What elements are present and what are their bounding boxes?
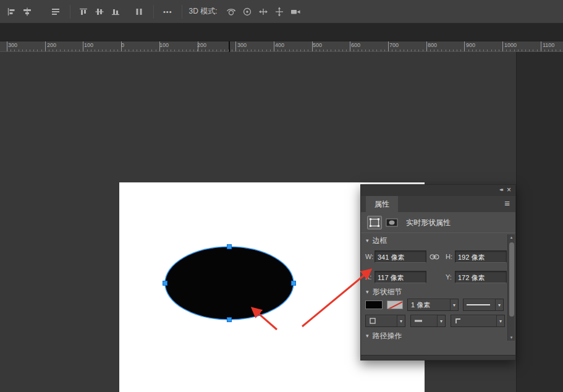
scroll-down-icon[interactable]: ▾: [508, 335, 515, 340]
ruler-label: 0: [121, 42, 124, 48]
stroke-corner-dropdown[interactable]: ▾: [451, 315, 505, 327]
panel-title-bar[interactable]: ◂◂ ×: [361, 185, 515, 196]
ruler-label: 100: [159, 42, 169, 48]
toolbar-separator: [182, 5, 182, 19]
bounding-box-icon[interactable]: [367, 216, 382, 229]
ruler-label: 200: [47, 42, 56, 48]
stroke-type-dropdown[interactable]: ▾: [463, 299, 504, 311]
3d-roll-icon[interactable]: [240, 4, 255, 19]
options-bar: ••• 3D 模式:: [0, 0, 563, 23]
chevron-down-icon[interactable]: ▾: [450, 299, 458, 310]
stroke-cap-dropdown[interactable]: ▾: [410, 315, 446, 327]
live-shape-properties-title: 实时形状属性: [406, 218, 451, 228]
y-label: Y:: [446, 271, 452, 283]
toolbar-separator: [153, 5, 154, 19]
chevron-down-icon[interactable]: ▾: [496, 315, 504, 326]
ruler-label: 200: [197, 42, 206, 48]
y-input[interactable]: [455, 273, 506, 284]
ruler-label: 600: [351, 42, 360, 48]
properties-panel: ◂◂ × 属性 ≡ 实时形状属性 ▾ 边框 W:: [360, 184, 516, 360]
toolbar-separator: [70, 5, 70, 19]
section-transform[interactable]: ▾ 边框: [366, 236, 387, 245]
distribute-bottom-edges-icon[interactable]: [108, 4, 123, 19]
3d-slide-icon[interactable]: [272, 4, 287, 19]
ruler-position-marker: [229, 41, 230, 52]
section-path-operations-label: 路径操作: [373, 331, 402, 341]
solid-line-icon: [467, 304, 490, 305]
scrollbar-thumb[interactable]: [509, 242, 514, 317]
section-shape-details-label: 形状细节: [373, 287, 402, 297]
height-input[interactable]: [455, 252, 506, 263]
fill-color-swatch[interactable]: [365, 300, 383, 309]
width-input[interactable]: [375, 252, 426, 263]
3d-mode-label: 3D 模式:: [189, 6, 218, 17]
stroke-color-swatch[interactable]: [387, 300, 403, 309]
section-shape-details[interactable]: ▾ 形状细节: [366, 287, 402, 297]
shape-properties-header: 实时形状属性: [367, 214, 451, 231]
ellipse-shape[interactable]: [165, 247, 294, 320]
chevron-down-icon: ▾: [366, 289, 369, 295]
align-left-edges-icon[interactable]: [4, 4, 19, 19]
ruler-label: 1100: [543, 42, 554, 48]
more-options-button[interactable]: •••: [159, 6, 176, 18]
3d-camera-icon[interactable]: [288, 4, 303, 19]
stroke-corner-icon: [454, 317, 462, 325]
ruler-label: 100: [84, 42, 93, 48]
chevron-down-icon[interactable]: ▾: [437, 315, 445, 326]
width-label: W:: [365, 250, 373, 263]
stroke-width-value: 1 像素: [408, 299, 450, 310]
section-path-operations[interactable]: ▾ 路径操作: [366, 331, 402, 341]
stroke-align-icon: [369, 317, 376, 325]
ruler-label: 300: [237, 42, 247, 48]
panel-tab-bar: 属性 ≡: [361, 196, 515, 212]
chevron-down-icon: ▾: [366, 333, 369, 339]
close-panel-icon[interactable]: ×: [507, 185, 511, 194]
3d-pan-icon[interactable]: [256, 4, 271, 19]
height-field-box: [455, 250, 507, 263]
ruler-label: 900: [466, 42, 475, 48]
stroke-width-dropdown[interactable]: 1 像素 ▾: [407, 299, 459, 311]
ruler-label: 500: [313, 42, 322, 48]
chevron-down-icon: ▾: [366, 237, 369, 244]
horizontal-ruler: 300 200 100 0 100 200 300 400 500 600 70…: [0, 41, 563, 52]
vector-mask-icon[interactable]: [384, 216, 399, 229]
tab-strip-background: [0, 23, 563, 41]
ruler-label: 400: [275, 42, 284, 48]
ruler-label: 300: [8, 42, 17, 48]
scroll-up-icon[interactable]: ▴: [508, 235, 515, 240]
distribute-vertical-centers-icon[interactable]: [92, 4, 107, 19]
stroke-cap-icon: [414, 318, 423, 323]
ruler-label: 1000: [504, 42, 517, 48]
ruler-label: 700: [389, 42, 399, 48]
section-transform-label: 边框: [373, 236, 387, 246]
justify-lines-icon[interactable]: [48, 4, 63, 19]
height-label: H:: [446, 250, 452, 263]
distribute-horizontal-icon[interactable]: [132, 4, 146, 19]
no-color-slash-icon: [387, 300, 403, 309]
width-field-box: [375, 250, 426, 263]
panel-dock-strip: [516, 52, 563, 392]
3d-orbit-icon[interactable]: [224, 4, 239, 19]
y-field-box: [455, 271, 507, 283]
panel-body: 实时形状属性 ▾ 边框 W: H: X: Y:: [361, 212, 515, 356]
chevron-down-icon[interactable]: ▾: [397, 315, 405, 326]
align-horizontal-centers-icon[interactable]: [20, 4, 35, 19]
link-dimensions-icon[interactable]: [429, 252, 440, 263]
photoshop-window: ••• 3D 模式: 300 200 100 0 100 200 300 400…: [0, 0, 563, 392]
distribute-top-edges-icon[interactable]: [76, 4, 91, 19]
panel-divider: [361, 232, 515, 233]
panel-menu-icon[interactable]: ≡: [504, 198, 510, 208]
tab-properties[interactable]: 属性: [366, 196, 398, 212]
stroke-align-dropdown[interactable]: ▾: [365, 315, 405, 327]
chevron-down-icon[interactable]: ▾: [495, 299, 503, 310]
x-label: X:: [365, 271, 371, 283]
panel-resize-bar[interactable]: [361, 355, 515, 360]
collapse-panel-icon[interactable]: ◂◂: [499, 187, 502, 192]
panel-scrollbar[interactable]: ▴ ▾: [507, 234, 515, 341]
x-field-box: [375, 271, 426, 283]
ruler-label: 800: [428, 42, 437, 48]
x-input[interactable]: [375, 273, 426, 284]
